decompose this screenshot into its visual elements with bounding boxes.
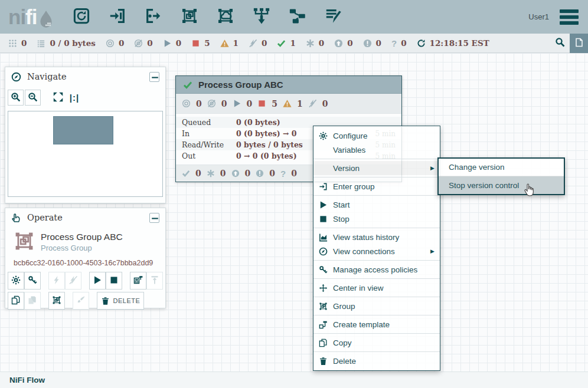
menu-item-delete[interactable]: Delete: [313, 354, 440, 368]
configure-button[interactable]: [8, 272, 24, 290]
menu-item-version[interactable]: Version▶: [313, 161, 440, 175]
transmitting-icon: [106, 39, 115, 48]
menu-item-enter-group[interactable]: Enter group: [313, 179, 440, 193]
menu-separator: [313, 260, 440, 261]
global-menu-button[interactable]: [558, 8, 580, 26]
refresh-icon[interactable]: [417, 39, 426, 48]
group-button[interactable]: [48, 292, 65, 310]
menu-item-stop[interactable]: Stop: [313, 212, 440, 226]
menu-separator: [313, 351, 440, 352]
save-template-button[interactable]: [130, 272, 146, 290]
active-threads-status: 0: [8, 38, 27, 48]
selected-component-id: bcb6cc32-0160-1000-4503-16c7bbba2dd9: [14, 259, 153, 267]
invalid-status: 1: [220, 38, 239, 48]
flow-canvas[interactable]: Navigate |:| Operate Process Group ABC P…: [0, 53, 588, 371]
new-process-group-button[interactable]: [179, 7, 200, 27]
selected-component-name: Process Group ABC: [41, 232, 123, 242]
zoom-out-button[interactable]: [25, 90, 41, 106]
new-processor-button[interactable]: [71, 7, 92, 27]
not-transmitting-icon: [207, 99, 216, 108]
menu-item-configure[interactable]: Configure: [313, 129, 440, 143]
enable-button[interactable]: [48, 272, 65, 290]
new-template-button[interactable]: [288, 7, 308, 27]
fill-color-button[interactable]: [73, 292, 89, 310]
start-button[interactable]: [89, 272, 106, 290]
submenu-item-change-version[interactable]: Change version: [439, 159, 564, 176]
stale-arrow-icon: [334, 39, 343, 48]
menu-item-start[interactable]: Start: [313, 198, 440, 212]
context-menu: Configure Variables Version▶ Enter group…: [313, 126, 440, 371]
birdseye-minimap[interactable]: [8, 111, 163, 197]
new-funnel-button[interactable]: [251, 7, 272, 27]
trash-icon: [101, 297, 110, 305]
submenu-item-stop-version-control[interactable]: Stop version control: [439, 176, 564, 194]
delete-button[interactable]: DELETE: [97, 292, 144, 310]
operate-title: Operate: [27, 213, 149, 222]
process-group-badges: 0 0 0 5 1 0: [176, 94, 401, 114]
menu-item-create-template[interactable]: Create template: [313, 317, 440, 331]
operate-collapse-button[interactable]: [149, 213, 159, 223]
running-play-icon: [163, 39, 172, 48]
stopped-square-icon: [257, 99, 266, 108]
question-icon: ?: [391, 38, 397, 48]
breadcrumb-root[interactable]: NiFi Flow: [9, 376, 45, 384]
zoom-actual-button[interactable]: |:|: [67, 90, 82, 106]
menu-separator: [313, 315, 440, 315]
stale-arrow-icon: [231, 169, 240, 177]
locally-modified-stale-status: 0: [363, 38, 381, 48]
template-icon: [318, 320, 328, 330]
search-icon: [555, 37, 565, 47]
minimap-viewport[interactable]: [53, 116, 113, 144]
canvas-settings-button[interactable]: [570, 34, 588, 53]
menu-separator: [313, 228, 440, 228]
group-icon: [318, 301, 328, 311]
process-group-header[interactable]: Process Group ABC: [176, 76, 401, 94]
upload-template-button[interactable]: [146, 272, 163, 290]
droplet-icon: [38, 10, 54, 29]
menu-separator: [313, 278, 440, 279]
menu-item-group[interactable]: Group: [313, 299, 440, 313]
navigate-panel: Navigate |:|: [5, 67, 166, 203]
connections-icon: [318, 246, 328, 257]
paste-button[interactable]: [24, 292, 41, 310]
search-button[interactable]: [550, 34, 570, 53]
new-remote-process-group-button[interactable]: [215, 7, 236, 27]
copy-button[interactable]: [8, 292, 24, 310]
navigate-collapse-button[interactable]: [149, 72, 159, 82]
locally-modified-status: 0: [306, 38, 324, 48]
not-transmitting-icon: [134, 39, 143, 48]
app-header: nifi User1: [0, 0, 588, 34]
zoom-in-button[interactable]: [8, 90, 24, 106]
disabled-bolt-icon: [249, 39, 257, 48]
menu-item-copy[interactable]: Copy: [313, 336, 440, 350]
process-group-name: Process Group ABC: [198, 80, 283, 90]
new-output-port-button[interactable]: [143, 7, 164, 27]
navigate-title: Navigate: [27, 72, 149, 81]
menu-separator: [313, 159, 440, 159]
locally-modified-asterisk-icon: [207, 169, 215, 177]
stopped-square-icon: [191, 39, 200, 48]
access-policies-button[interactable]: [24, 272, 41, 290]
menu-separator: [313, 333, 440, 334]
exclamation-circle-icon: [256, 169, 264, 177]
menu-item-view-status-history[interactable]: View status history: [313, 230, 440, 244]
menu-item-view-connections[interactable]: View connections▶: [313, 244, 440, 258]
trash-icon: [318, 356, 328, 366]
center-icon: [318, 283, 328, 293]
submenu-caret-icon: ▶: [430, 248, 435, 254]
up-to-date-check-icon: [182, 169, 190, 177]
new-input-port-button[interactable]: [107, 7, 128, 27]
queued-list-icon: [37, 39, 45, 48]
menu-item-center-in-view[interactable]: Center in view: [313, 281, 440, 295]
menu-item-variables[interactable]: Variables: [313, 143, 440, 157]
selected-component-type: Process Group: [41, 244, 92, 252]
stop-icon: [318, 214, 328, 224]
disable-button[interactable]: [65, 272, 81, 290]
zoom-fit-button[interactable]: [50, 90, 66, 106]
menu-item-manage-access-policies[interactable]: Manage access policies: [313, 262, 440, 277]
hand-icon: [11, 213, 21, 223]
stop-button[interactable]: [106, 272, 122, 290]
question-icon: ?: [280, 169, 286, 179]
new-label-button[interactable]: [324, 7, 344, 27]
version-submenu: Change version Stop version control: [437, 157, 565, 195]
